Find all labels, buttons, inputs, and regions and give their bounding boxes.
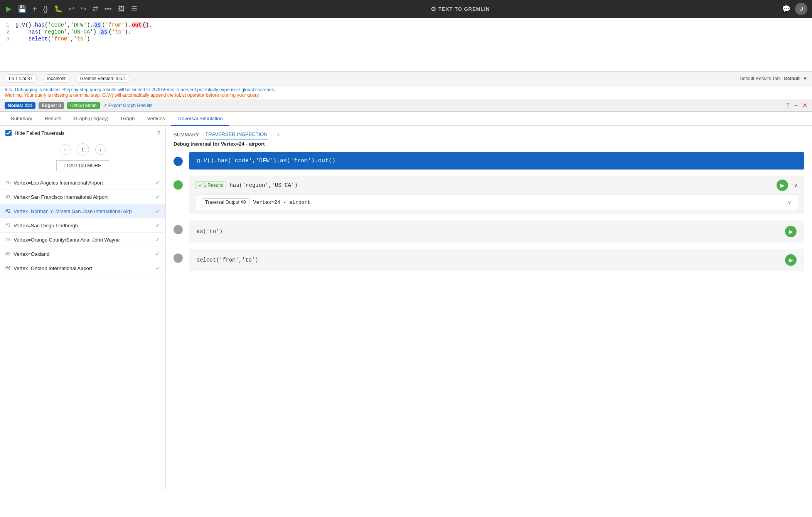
debug-title: Debug traversal for Vertex=24 - airport (166, 139, 812, 152)
summary-subtab[interactable]: SUMMARY (174, 132, 199, 139)
braces-icon[interactable]: {} (42, 3, 49, 15)
list-icon[interactable]: ☰ (130, 3, 139, 15)
help-icon[interactable]: ? (786, 102, 790, 109)
warning-message: Warning: Your query is missing a termina… (5, 92, 807, 98)
vertex-num-2: #2 (5, 208, 10, 214)
summary-tabs-header: SUMMARY TRAVERSER INSPECTION ? (166, 126, 812, 139)
editor-line-2: 2 has('region','US-CA').as('to'). (0, 29, 812, 35)
step-play-btn-3[interactable]: ▶ (785, 226, 797, 237)
debug-mode-badge: Debug Mode (67, 102, 100, 109)
step-dot-4 (174, 253, 183, 263)
tab-graph[interactable]: Graph (115, 112, 141, 126)
tab-vertices[interactable]: Vertices (141, 112, 171, 126)
main-toolbar: ▶ 💾 + {} 🐛 ↩ ↪ ⇄ ••• 🖼 ☰ ⚙ TEXT TO GREML… (0, 0, 812, 18)
code-line-2: has('region','US-CA').as('to'). (15, 29, 131, 35)
vertex-num-1: #1 (5, 194, 10, 200)
code-editor[interactable]: 1 g.V().has('code','DFW').as('from').out… (0, 18, 812, 72)
line-number-2: 2 (0, 29, 15, 35)
vertex-item-1[interactable]: #1 Vertex=San Francisco International Ai… (0, 190, 165, 204)
vertex-check-5: ✓ (155, 251, 160, 257)
results-toolbar: Nodes: 221 Edges: 0 Debug Mode ↗ Export … (0, 99, 812, 112)
nodes-badge: Nodes: 221 (5, 102, 35, 109)
vertex-num-0: #0 (5, 180, 10, 185)
traversal-output-0: Traversal Output #0 Vertex=24 - airport … (195, 194, 798, 210)
traversal-step-2: ✓ 1 Results has('region','US-CA') ▶ ∧ Tr… (174, 176, 804, 214)
vertex-num-5: #5 (5, 251, 10, 257)
vertex-item-4[interactable]: #4 Vertex=Orange County/Santa Ana, John … (0, 233, 165, 247)
tab-traversal-simulation[interactable]: Traversal Simulation (171, 112, 229, 126)
vertex-name-2: Vertex=Norman Y. Mineta San Jose Interna… (13, 208, 155, 214)
text-to-gremlin-label: TEXT TO GREMLIN (438, 6, 490, 12)
prev-page-btn[interactable]: ‹ (60, 144, 71, 155)
image-icon[interactable]: 🖼 (116, 3, 126, 15)
vertex-check-1: ✓ (155, 194, 160, 200)
step-label-2: has('region','US-CA') (229, 182, 773, 188)
step-code-1: g.V().has('code','DFW').as('from').out() (197, 158, 335, 164)
redo-icon[interactable]: ↪ (79, 3, 88, 15)
text-to-gremlin-btn[interactable]: ⚙ TEXT TO GREMLIN (431, 5, 490, 13)
vertex-item-3[interactable]: #3 Vertex=San Diego Lindbergh ✓ (0, 218, 165, 233)
hide-failed-checkbox[interactable] (5, 130, 12, 136)
left-help-icon[interactable]: ? (157, 130, 160, 136)
step-label-3: as('to') (197, 228, 782, 235)
vertex-item-6[interactable]: #6 Vertex=Ontario International Airport … (0, 261, 165, 275)
traversal-step-4: select('from','to') ▶ (174, 249, 804, 271)
vertex-item-2[interactable]: #2 Vertex=Norman Y. Mineta San Jose Inte… (0, 204, 165, 218)
line-number-1: 1 (0, 22, 15, 28)
hide-failed-header: Hide Failed Traversals ? (0, 126, 165, 140)
minimize-icon[interactable]: − (794, 102, 798, 109)
status-bar: Ln 1 Col 37 localhost Gremlin Version: 3… (0, 72, 812, 86)
vertex-check-0: ✓ (155, 180, 160, 186)
tabs-bar: Summary Results Graph (Legacy) Graph Ver… (0, 112, 812, 126)
arrows-icon[interactable]: ⇄ (91, 3, 100, 15)
vertex-item-5[interactable]: #5 Vertex=Oakland ✓ (0, 247, 165, 261)
vertex-name-1: Vertex=San Francisco International Airpo… (13, 194, 155, 200)
right-panel: SUMMARY TRAVERSER INSPECTION ? Debug tra… (166, 126, 812, 490)
tab-results[interactable]: Results (39, 112, 67, 126)
add-icon[interactable]: + (31, 3, 39, 15)
vertex-num-4: #4 (5, 237, 10, 242)
default-results-value: Default (784, 76, 800, 81)
bug-icon[interactable]: 🐛 (52, 3, 64, 15)
step-box-results: ✓ 1 Results has('region','US-CA') ▶ ∧ Tr… (189, 176, 804, 214)
export-label: Export Graph Results (108, 103, 153, 108)
vertex-name-6: Vertex=Ontario International Airport (13, 265, 155, 271)
export-graph-btn[interactable]: ↗ Export Graph Results (103, 103, 153, 108)
traverser-inspection-subtab[interactable]: TRAVERSER INSPECTION (205, 131, 268, 139)
step-content-3: as('to') ▶ (189, 220, 804, 243)
tab-graph-legacy[interactable]: Graph (Legacy) (67, 112, 115, 126)
chat-icon[interactable]: 💬 (782, 5, 790, 13)
vertex-item-0[interactable]: #0 Vertex=Los Angeles International Airp… (0, 176, 165, 190)
host-indicator[interactable]: localhost (43, 74, 69, 83)
avatar[interactable]: U (795, 3, 807, 15)
default-results-label: Default Results Tab: (740, 76, 781, 81)
vertex-check-2: ✓ (155, 208, 160, 214)
dropdown-arrow[interactable]: ▼ (803, 76, 807, 81)
gear-icon: ⚙ (431, 5, 436, 13)
line-number-3: 3 (0, 36, 15, 42)
save-icon[interactable]: 💾 (16, 3, 28, 15)
right-help-icon[interactable]: ? (277, 133, 280, 138)
gremlin-version: Gremlin Version: 3.6.4 (76, 74, 130, 83)
step-label-4: select('from','to') (197, 257, 782, 263)
close-icon[interactable]: ✕ (802, 102, 807, 109)
undo-icon[interactable]: ↩ (67, 3, 76, 15)
step-play-btn-2[interactable]: ▶ (777, 180, 788, 191)
step-box-select: select('from','to') ▶ (189, 249, 804, 271)
step-box-blue: g.V().has('code','DFW').as('from').out() (189, 152, 804, 170)
hide-failed-label: Hide Failed Traversals (15, 130, 154, 136)
main-content: Hide Failed Traversals ? ‹ 1 › LOAD 100 … (0, 126, 812, 490)
step-play-btn-4[interactable]: ▶ (785, 254, 797, 266)
traversal-step-1: g.V().has('code','DFW').as('from').out() (174, 152, 804, 170)
chevron-up-icon[interactable]: ∧ (794, 182, 798, 188)
dots-icon[interactable]: ••• (103, 3, 113, 15)
load-more-btn[interactable]: LOAD 100 MORE (56, 160, 109, 171)
next-page-btn[interactable]: › (95, 144, 106, 155)
step-dot-2 (174, 180, 183, 190)
vertex-name-4: Vertex=Orange County/Santa Ana, John Way… (13, 237, 155, 243)
code-line-1: g.V().has('code','DFW').as('from').out()… (15, 22, 152, 28)
pagination: ‹ 1 › (0, 140, 165, 159)
play-icon[interactable]: ▶ (5, 3, 13, 15)
output-chevron-down[interactable]: ∨ (788, 200, 792, 205)
tab-summary[interactable]: Summary (5, 112, 39, 126)
